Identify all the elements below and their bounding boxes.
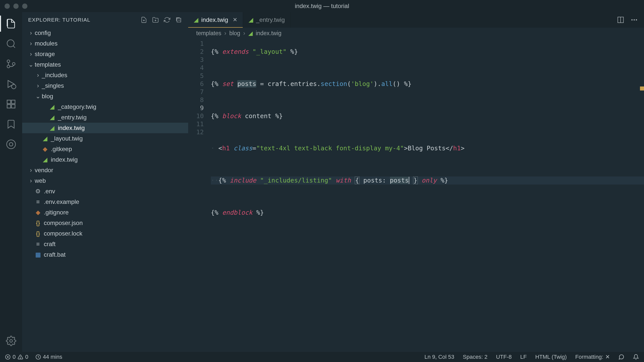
tree-item-templates[interactable]: ⌄templates xyxy=(22,59,188,70)
twig-file-icon: ◢ xyxy=(249,16,253,23)
tree-item-composer-json[interactable]: {}composer.json xyxy=(22,218,188,228)
split-editor-icon[interactable] xyxy=(617,16,624,24)
extensions-view-icon[interactable] xyxy=(5,98,17,110)
status-formatting[interactable]: Formatting: ✕ xyxy=(575,354,610,360)
svg-point-3 xyxy=(7,65,10,68)
tab-index-twig[interactable]: ◢ index.twig ✕ xyxy=(188,12,243,28)
tree-item--env-example[interactable]: ≡.env.example xyxy=(22,197,188,207)
tree-item-composer-lock[interactable]: {}composer.lock xyxy=(22,228,188,239)
tree-item--layout-twig[interactable]: ◢_layout.twig xyxy=(22,133,188,144)
tree-item--gitignore[interactable]: ◆.gitignore xyxy=(22,207,188,218)
tree-item--env[interactable]: ⚙.env xyxy=(22,186,188,197)
status-indentation[interactable]: Spaces: 2 xyxy=(463,354,488,360)
tree-item--includes[interactable]: ›_includes xyxy=(22,70,188,80)
more-actions-icon[interactable] xyxy=(630,16,638,24)
code-editor[interactable]: 123456789101112 {% extends "_layout" %} … xyxy=(188,39,644,352)
json-file-icon: {} xyxy=(35,230,41,237)
tree-item-storage[interactable]: ›storage xyxy=(22,49,188,59)
tree-item-label: .gitkeep xyxy=(51,146,72,153)
svg-point-12 xyxy=(9,143,13,146)
close-window-button[interactable] xyxy=(5,4,10,9)
svg-line-1 xyxy=(13,46,15,48)
file-tree: ›config›modules›storage⌄templates›_inclu… xyxy=(22,28,188,352)
explorer-header: EXPLORER: TUTORIAL xyxy=(22,12,188,28)
explorer-actions xyxy=(140,16,182,23)
tree-item-craft[interactable]: ≡craft xyxy=(22,239,188,249)
json-file-icon: {} xyxy=(35,219,41,227)
svg-point-17 xyxy=(631,19,633,21)
close-icon: ✕ xyxy=(605,354,610,360)
tree-item-blog[interactable]: ⌄blog xyxy=(22,91,188,102)
tab-actions xyxy=(617,12,644,28)
tree-item-craft-bat[interactable]: ▦craft.bat xyxy=(22,249,188,260)
chevron-right-icon: › xyxy=(243,30,245,37)
twig-file-icon: ◢ xyxy=(42,156,48,163)
tree-item-label: vendor xyxy=(35,167,53,174)
twig-file-icon: ◢ xyxy=(248,30,253,37)
svg-point-24 xyxy=(20,358,21,358)
new-folder-icon[interactable] xyxy=(152,16,159,23)
tree-item-web[interactable]: ›web xyxy=(22,175,188,186)
tree-item--singles[interactable]: ›_singles xyxy=(22,80,188,91)
source-control-view-icon[interactable] xyxy=(5,58,17,70)
collapse-all-icon[interactable] xyxy=(175,16,182,23)
chevron-down-icon: ⌄ xyxy=(35,93,41,100)
debug-view-icon[interactable] xyxy=(5,78,17,90)
code-content[interactable]: {% extends "_layout" %} {% set posts = c… xyxy=(211,39,644,352)
tree-item-label: craft xyxy=(44,241,56,248)
tree-item-label: blog xyxy=(42,93,53,100)
tree-item-label: composer.lock xyxy=(44,230,82,237)
new-file-icon[interactable] xyxy=(140,16,147,23)
svg-rect-9 xyxy=(7,105,11,108)
live-server-view-icon[interactable] xyxy=(5,138,17,150)
activity-bar xyxy=(0,12,22,352)
search-view-icon[interactable] xyxy=(5,38,17,50)
tree-item--entry-twig[interactable]: ◢_entry.twig xyxy=(22,112,188,123)
tree-item-config[interactable]: ›config xyxy=(22,28,188,38)
tree-item-index-twig[interactable]: ◢index.twig xyxy=(22,154,188,165)
titlebar: index.twig — tutorial xyxy=(0,0,644,12)
minimap-ruler[interactable] xyxy=(638,39,644,352)
status-language[interactable]: HTML (Twig) xyxy=(535,354,567,360)
status-time[interactable]: 44 mins xyxy=(35,354,62,360)
tree-item-label: _singles xyxy=(42,82,64,89)
tab-entry-twig[interactable]: ◢ _entry.twig xyxy=(243,12,291,28)
status-problems[interactable]: 0 0 xyxy=(5,354,28,360)
svg-marker-5 xyxy=(8,80,14,87)
minimize-window-button[interactable] xyxy=(13,4,19,9)
tree-item-label: composer.json xyxy=(44,219,83,227)
minimap-marker xyxy=(640,86,644,90)
svg-point-11 xyxy=(7,140,16,149)
tree-item-vendor[interactable]: ›vendor xyxy=(22,165,188,175)
tree-item--category-twig[interactable]: ◢_category.twig xyxy=(22,102,188,112)
editor-area: ◢ index.twig ✕ ◢ _entry.twig templates ›… xyxy=(188,12,644,352)
bat-file-icon: ▦ xyxy=(35,251,41,258)
line-gutter: 123456789101112 xyxy=(188,39,211,352)
close-tab-icon[interactable]: ✕ xyxy=(233,17,237,23)
tree-item-index-twig[interactable]: ◢index.twig xyxy=(22,123,188,133)
refresh-icon[interactable] xyxy=(164,16,171,23)
bookmarks-view-icon[interactable] xyxy=(5,118,17,130)
status-encoding[interactable]: UTF-8 xyxy=(496,354,512,360)
status-eol[interactable]: LF xyxy=(520,354,527,360)
chevron-down-icon: ⌄ xyxy=(28,61,34,68)
tab-label: _entry.twig xyxy=(256,16,285,23)
breadcrumb-seg[interactable]: blog xyxy=(229,30,240,37)
maximize-window-button[interactable] xyxy=(22,4,27,9)
twig-file-icon: ◢ xyxy=(194,16,198,23)
tree-item-modules[interactable]: ›modules xyxy=(22,38,188,49)
status-feedback-icon[interactable] xyxy=(618,354,624,360)
svg-point-6 xyxy=(12,84,16,89)
status-notifications-icon[interactable] xyxy=(633,354,639,360)
settings-icon[interactable] xyxy=(5,335,17,347)
tree-item-label: templates xyxy=(35,61,61,68)
tree-item-label: _includes xyxy=(42,72,67,79)
tree-item--gitkeep[interactable]: ◆.gitkeep xyxy=(22,144,188,154)
explorer-view-icon[interactable] xyxy=(5,18,17,30)
breadcrumb[interactable]: templates › blog › ◢ index.twig xyxy=(188,28,644,39)
traffic-lights xyxy=(5,4,27,9)
svg-point-4 xyxy=(12,63,15,65)
breadcrumb-seg[interactable]: templates xyxy=(196,30,221,37)
status-position[interactable]: Ln 9, Col 53 xyxy=(424,354,454,360)
breadcrumb-seg[interactable]: index.twig xyxy=(256,30,281,37)
